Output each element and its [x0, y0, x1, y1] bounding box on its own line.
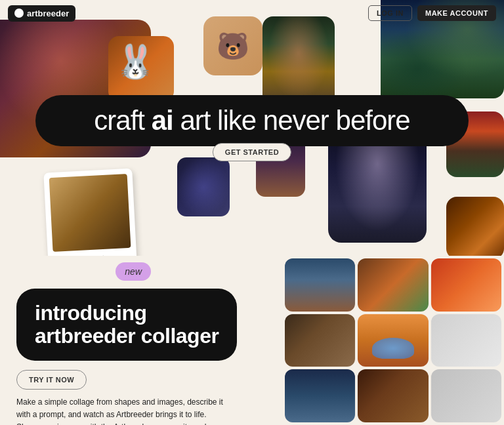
- headline-pill: craft ai art like never before: [35, 95, 469, 146]
- collager-image-9: [431, 369, 501, 422]
- collager-image-4: [285, 314, 355, 367]
- collager-title-line1: introducing: [35, 302, 219, 325]
- nav-actions: LOG IN MAKE ACCOUNT: [368, 5, 496, 21]
- storm-image: [177, 157, 230, 216]
- collager-image-7: [285, 369, 355, 422]
- logo-text: artbreeder: [27, 9, 69, 18]
- collager-images-grid: [282, 256, 504, 425]
- collager-image-5: [358, 314, 428, 367]
- polaroid-image: Paddad: [43, 169, 136, 268]
- login-button[interactable]: LOG IN: [368, 5, 412, 21]
- collager-image-1: [285, 258, 355, 312]
- get-started-button[interactable]: GET STARTED: [213, 143, 291, 161]
- collager-image-8: [358, 369, 428, 422]
- collager-image-2: [358, 258, 428, 312]
- collager-intro: new introducing artbreeder collager TRY …: [0, 256, 256, 425]
- rabbit-image: [108, 36, 174, 102]
- hero-section: 🐻 craft ai art like never before GET STA…: [0, 0, 504, 256]
- new-badge: new: [116, 262, 151, 281]
- headline-craft: craft: [94, 105, 151, 136]
- portrait-image: [262, 16, 335, 108]
- make-account-button[interactable]: MAKE ACCOUNT: [417, 5, 496, 21]
- collager-title-pill: introducing artbreeder collager: [16, 289, 237, 361]
- headline-text: craft ai art like never before: [94, 105, 410, 136]
- logo: artbreeder: [8, 5, 75, 22]
- logo-icon: [14, 9, 24, 18]
- try-it-now-button[interactable]: TRY IT NOW: [16, 370, 87, 390]
- headline-rest: art like never before: [173, 105, 410, 136]
- collager-title: introducing artbreeder collager: [35, 302, 219, 348]
- collager-title-line2: artbreeder collager: [35, 325, 219, 348]
- polaroid-inner: [49, 174, 131, 252]
- collager-description: Make a simple collage from shapes and im…: [16, 396, 226, 425]
- collager-image-6: [431, 314, 501, 367]
- statue-image: [446, 197, 504, 259]
- navbar: artbreeder LOG IN MAKE ACCOUNT: [0, 0, 504, 26]
- collager-image-3: [431, 258, 501, 312]
- headline-ai: ai: [152, 105, 173, 136]
